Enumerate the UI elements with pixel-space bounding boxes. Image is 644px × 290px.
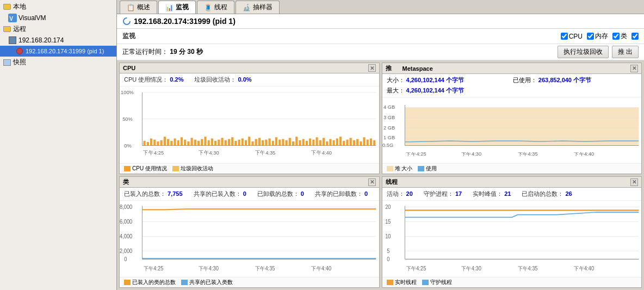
svg-rect-31: [218, 140, 220, 146]
svg-rect-49: [278, 140, 281, 146]
cpu-checkbox[interactable]: CPU: [561, 33, 583, 40]
svg-rect-26: [201, 139, 203, 146]
svg-text:6,000: 6,000: [120, 218, 133, 225]
svg-text:下午4:35: 下午4:35: [255, 266, 275, 272]
sidebar-item-host[interactable]: 192.168.20.174: [0, 35, 116, 46]
svg-rect-48: [275, 137, 277, 145]
heap-chart-body: 4 GB 3 GB 2 GB 1 GB 0.5G 下午4:25 下午4:30 下…: [382, 97, 642, 163]
tab-overview[interactable]: 📋 概述: [120, 1, 157, 14]
svg-text:下午4:35: 下午4:35: [255, 150, 276, 156]
svg-rect-59: [312, 140, 314, 146]
gc-button[interactable]: 执行垃圾回收: [558, 46, 609, 58]
heap-used-color: [418, 166, 424, 171]
svg-rect-21: [184, 140, 186, 146]
tab-monitor[interactable]: 📊 监视: [158, 1, 196, 14]
svg-rect-29: [211, 138, 213, 145]
svg-rect-71: [353, 140, 355, 146]
svg-rect-53: [292, 141, 294, 146]
tab-sampler[interactable]: 🔬 抽样器: [236, 1, 280, 14]
svg-rect-67: [339, 137, 342, 145]
svg-marker-84: [405, 108, 639, 146]
cpu-stats: CPU 使用情况： 0.2% 垃圾回收活动： 0.0%: [120, 73, 379, 87]
daemon-threads-legend: 守护线程: [422, 279, 452, 286]
svg-rect-11: [150, 138, 152, 145]
svg-text:下午4:25: 下午4:25: [406, 151, 426, 156]
svg-rect-55: [299, 140, 301, 146]
classes-close-button[interactable]: ✕: [368, 178, 376, 186]
svg-rect-46: [268, 138, 270, 145]
heap-close-button[interactable]: ✕: [630, 65, 638, 72]
threads-chart-panel: 线程 ✕ 活动： 20 守护进程： 17 实时峰值： 21 已启动的总数：: [382, 176, 642, 288]
svg-rect-43: [258, 138, 261, 145]
overview-icon: 📋: [127, 4, 135, 11]
svg-rect-36: [234, 141, 237, 146]
heap-used-stat: 已使用： 263,852,040 个字节: [513, 76, 637, 84]
svg-rect-54: [295, 137, 298, 145]
live-threads-color: [387, 280, 393, 285]
svg-rect-39: [245, 140, 247, 146]
svg-rect-37: [238, 140, 240, 146]
daemon-threads-color: [422, 280, 429, 285]
thread-checkbox[interactable]: [631, 33, 639, 40]
svg-text:下午4:30: 下午4:30: [199, 150, 219, 156]
gc-activity-stat: 垃圾回收活动： 0.0%: [194, 76, 251, 84]
svg-rect-50: [282, 139, 284, 146]
page-title: 192.168.20.174:31999 (pid 1): [134, 17, 236, 26]
svg-rect-75: [367, 140, 369, 146]
svg-text:下午4:30: 下午4:30: [461, 266, 481, 272]
gc-legend: 垃圾回收活动: [172, 165, 213, 172]
heap-size-color: [387, 166, 393, 171]
svg-rect-65: [333, 140, 335, 146]
svg-rect-57: [306, 141, 308, 146]
threads-close-button[interactable]: ✕: [630, 178, 638, 186]
svg-rect-56: [302, 139, 305, 146]
memory-checkbox[interactable]: 内存: [587, 32, 608, 41]
threads-peak-stat: 实时峰值： 21: [473, 190, 511, 198]
svg-rect-51: [286, 140, 288, 146]
svg-rect-14: [160, 140, 163, 146]
svg-text:0%: 0%: [124, 143, 132, 149]
tab-threads[interactable]: 🧵 线程: [197, 1, 234, 14]
gc-legend-color: [172, 166, 179, 171]
sidebar-item-visualvm[interactable]: V VisualVM: [0, 13, 116, 23]
sidebar: 本地 V VisualVM 远程 192.168.20.174 192.168.…: [0, 0, 117, 290]
svg-rect-18: [174, 138, 176, 145]
svg-text:下午4:40: 下午4:40: [574, 151, 594, 156]
heap-max-stat: 最大： 4,260,102,144 个字节: [387, 87, 511, 95]
svg-rect-70: [350, 138, 352, 145]
sidebar-item-process[interactable]: 192.168.20.174:31999 (pid 1): [0, 46, 116, 57]
cpu-chart-body: 100% 50% 0%: [120, 87, 379, 163]
svg-text:下午4:25: 下午4:25: [144, 266, 164, 272]
svg-rect-33: [225, 140, 227, 146]
heap-chart-panel: 推 Metaspace ✕ 大小： 4,260,102,144 个字节 已使用：…: [382, 63, 642, 174]
threads-legend: 实时线程 守护线程: [382, 277, 642, 287]
class-checkbox[interactable]: 类: [612, 32, 627, 41]
cpu-close-button[interactable]: ✕: [368, 64, 376, 72]
main-area: 📋 概述 📊 监视 🧵 线程 🔬 抽样器 192.168.20.174:3199…: [117, 0, 644, 290]
cpu-legend-color: [124, 166, 131, 171]
svg-text:3 GB: 3 GB: [383, 115, 395, 120]
sidebar-item-snapshot[interactable]: 快照: [0, 57, 116, 68]
uptime-row: 正常运行时间： 19 分 30 秒 执行垃圾回收 推 出: [117, 44, 644, 60]
sampler-icon: 🔬: [243, 4, 251, 11]
svg-rect-27: [204, 137, 206, 145]
remote-folder-icon: [3, 25, 11, 34]
svg-rect-9: [144, 141, 146, 146]
classes-chart-body: 8,000 6,000 4,000 2,000 0 下午4:25 下午4:30 …: [120, 201, 379, 277]
svg-rect-12: [153, 140, 156, 146]
sidebar-item-remote[interactable]: 远程: [0, 23, 116, 35]
svg-rect-66: [336, 138, 338, 145]
classes-shared-unloaded-stat: 共享的已卸载数： 0: [315, 190, 368, 198]
action-buttons: 执行垃圾回收 推 出: [558, 46, 639, 58]
monitor-label: 监视: [122, 32, 135, 41]
sidebar-tree: 本地 V VisualVM 远程 192.168.20.174 192.168.…: [0, 0, 116, 69]
heap-dump-button[interactable]: 推 出: [612, 46, 639, 58]
svg-rect-44: [262, 140, 264, 146]
svg-rect-22: [187, 141, 189, 146]
sidebar-item-local[interactable]: 本地: [0, 1, 116, 13]
svg-rect-60: [315, 137, 318, 145]
svg-text:下午4:25: 下午4:25: [406, 266, 426, 272]
heap-size-legend: 堆 大小: [387, 165, 413, 172]
svg-text:5: 5: [387, 248, 390, 254]
svg-rect-76: [370, 138, 372, 145]
